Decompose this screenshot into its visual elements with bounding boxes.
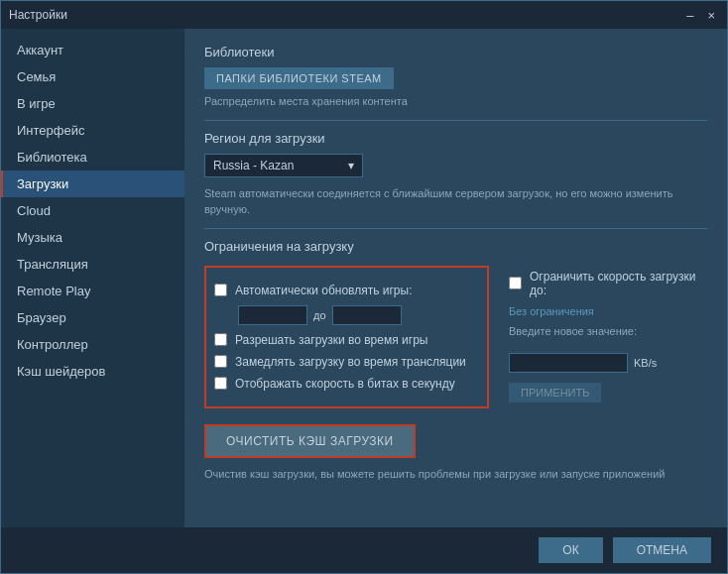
speed-input-row: KB/s [509, 349, 707, 377]
auto-update-label: Автоматически обновлять игры: [235, 284, 412, 297]
no-limit-text[interactable]: Без ограничения [509, 305, 707, 317]
time-row: до [238, 305, 479, 325]
region-value: Russia - Kazan [213, 159, 294, 172]
region-dropdown[interactable]: Russia - Kazan ▾ [204, 154, 363, 177]
region-info: Steam автоматически соединяется с ближай… [204, 185, 707, 218]
close-button[interactable]: × [703, 8, 719, 23]
region-dropdown-row: Russia - Kazan ▾ [204, 154, 707, 177]
speed-value-input[interactable] [509, 353, 628, 373]
sidebar-item-interface[interactable]: Интерфейс [1, 117, 184, 144]
ok-button[interactable]: ОК [539, 537, 602, 563]
limit-speed-label: Ограничить скорость загрузки до: [530, 270, 707, 297]
allow-during-game-checkbox[interactable] [214, 333, 227, 346]
slow-broadcast-label: Замедлять загрузку во время трансляции [235, 355, 466, 369]
allow-during-game-label: Разрешать загрузки во время игры [235, 333, 427, 347]
distribute-text: Распределить места хранения контента [204, 93, 707, 110]
cancel-button[interactable]: ОТМЕНА [613, 537, 711, 563]
slow-broadcast-row: Замедлять загрузку во время трансляции [214, 355, 479, 369]
sidebar-item-ingame[interactable]: В игре [1, 90, 184, 117]
divider-2 [204, 228, 707, 229]
sidebar-item-account[interactable]: Аккаунт [1, 37, 184, 63]
limits-right: Ограничить скорость загрузки до: Без огр… [509, 262, 707, 412]
main-panel: Библиотеки ПАПКИ БИБЛИОТЕКИ STEAM Распре… [184, 29, 727, 527]
new-value-label: Введите новое значение: [509, 323, 707, 340]
auto-update-row: Автоматически обновлять игры: [214, 284, 479, 297]
time-from-input[interactable] [238, 305, 307, 325]
limit-speed-checkbox[interactable] [509, 277, 522, 289]
region-title: Регион для загрузки [204, 131, 707, 146]
title-bar: Настройки – × [1, 1, 727, 29]
clear-cache-info: Очистив кэш загрузки, вы можете решить п… [204, 466, 707, 483]
content-area: Аккаунт Семья В игре Интерфейс Библиотек… [1, 29, 727, 527]
sidebar-item-controller[interactable]: Контроллер [1, 331, 184, 358]
kbs-label: KB/s [634, 357, 657, 369]
auto-update-checkbox[interactable] [214, 284, 227, 296]
footer: ОК ОТМЕНА [1, 527, 727, 573]
limits-title: Ограничения на загрузку [204, 239, 707, 254]
clear-cache-button[interactable]: ОЧИСТИТЬ КЭШ ЗАГРУЗКИ [204, 424, 416, 458]
limits-left: Автоматически обновлять игры: до Разреша… [204, 266, 489, 408]
dropdown-arrow-icon: ▾ [348, 159, 354, 172]
window-title: Настройки [9, 8, 67, 22]
sidebar-item-browser[interactable]: Браузер [1, 304, 184, 331]
libraries-section-title: Библиотеки [204, 45, 707, 59]
show-bits-row: Отображать скорость в битах в секунду [214, 377, 479, 391]
sidebar-item-downloads[interactable]: Загрузки [1, 171, 184, 197]
steam-library-folders-button[interactable]: ПАПКИ БИБЛИОТЕКИ STEAM [204, 67, 394, 89]
slow-broadcast-checkbox[interactable] [214, 355, 227, 368]
apply-button[interactable]: ПРИМЕНИТЬ [509, 383, 601, 402]
sidebar-item-library[interactable]: Библиотека [1, 144, 184, 171]
time-to-input[interactable] [332, 305, 402, 325]
sidebar-item-remoteplay[interactable]: Remote Play [1, 278, 184, 304]
main-window: Настройки – × Аккаунт Семья В игре Интер… [0, 0, 728, 574]
divider-1 [204, 120, 707, 121]
time-to-label: до [313, 309, 326, 321]
sidebar-item-music[interactable]: Музыка [1, 224, 184, 251]
sidebar-item-cloud[interactable]: Cloud [1, 197, 184, 224]
sidebar: Аккаунт Семья В игре Интерфейс Библиотек… [1, 29, 184, 527]
show-bits-checkbox[interactable] [214, 377, 227, 390]
window-controls: – × [682, 8, 719, 23]
sidebar-item-broadcast[interactable]: Трансляция [1, 251, 184, 278]
limit-speed-row: Ограничить скорость загрузки до: [509, 270, 707, 297]
show-bits-label: Отображать скорость в битах в секунду [235, 377, 455, 391]
sidebar-item-family[interactable]: Семья [1, 63, 184, 90]
sidebar-item-shader[interactable]: Кэш шейдеров [1, 358, 184, 385]
allow-during-game-row: Разрешать загрузки во время игры [214, 333, 479, 347]
limits-section: Автоматически обновлять игры: до Разреша… [204, 262, 707, 412]
minimize-button[interactable]: – [682, 8, 697, 23]
